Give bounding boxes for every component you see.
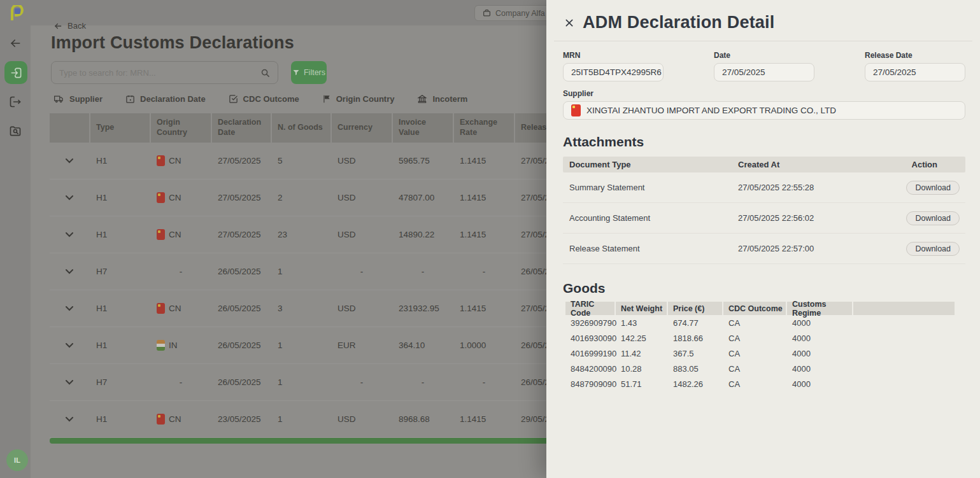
- cell-exchange-rate: 1.1415: [454, 179, 514, 216]
- cell-origin-country: IN: [151, 327, 211, 363]
- table-row[interactable]: H7-26/05/20251---26/05/2025: [50, 253, 598, 290]
- expand-row-button[interactable]: [50, 290, 89, 327]
- filter-chips-row: Supplier Declaration Date CDC Outcome Or…: [53, 94, 467, 104]
- in-flag-icon: [157, 340, 165, 351]
- sidebar-item-document-search[interactable]: [9, 125, 22, 137]
- chevron-down-icon: [66, 195, 73, 200]
- bank-icon: [417, 94, 427, 104]
- table-row[interactable]: H1CN27/05/20252USD47807.001.141527/05/20…: [50, 179, 598, 216]
- sidebar-item-export-declarations[interactable]: [9, 95, 22, 108]
- cell-invoice-value: 8968.68: [393, 401, 453, 437]
- chevron-down-icon: [66, 306, 73, 311]
- back-link[interactable]: Back: [53, 21, 86, 31]
- cell-exchange-rate: 1.1415: [454, 216, 514, 253]
- expand-row-button[interactable]: [50, 253, 89, 290]
- cell-net-weight: 1.43: [616, 318, 667, 328]
- cn-flag-icon: [157, 414, 165, 425]
- table-row[interactable]: H1CN27/05/202523USD14890.221.141527/05/2…: [50, 216, 598, 253]
- cell-type: H1: [90, 216, 150, 253]
- table-row[interactable]: H1IN26/05/20251EUR364.101.000026/05/2025: [50, 327, 598, 364]
- filter-chip-origin-country[interactable]: Origin Country: [322, 94, 395, 104]
- column-header: Type: [90, 113, 150, 143]
- cell-currency: -: [332, 364, 392, 400]
- cell-n-goods: 3: [272, 290, 330, 327]
- cell-taric-code: 4016999190: [565, 349, 614, 358]
- supplier-label: Supplier: [563, 89, 965, 98]
- cell-exchange-rate: -: [454, 364, 514, 400]
- cell-n-goods: 1: [272, 401, 330, 437]
- table-row[interactable]: H1CN26/05/20253USD231932.951.141527/05/2…: [50, 290, 598, 327]
- cell-taric-code: 4016930090: [565, 334, 614, 343]
- column-header: [50, 113, 89, 143]
- supplier-field[interactable]: XINGTAI ZHANTUO IMPORT AND EXPORT TRADIN…: [563, 101, 965, 120]
- mrn-field[interactable]: 25IT5BD4TPX42995R6: [563, 63, 664, 81]
- column-header: Action: [890, 160, 965, 169]
- column-header: N. of Goods: [272, 113, 330, 143]
- cell-type: H1: [90, 327, 150, 363]
- cn-flag-icon: [157, 192, 165, 203]
- filter-chip-supplier[interactable]: Supplier: [53, 94, 103, 104]
- cell-n-goods: 5: [272, 143, 330, 179]
- expand-row-button[interactable]: [50, 364, 89, 400]
- column-header: Document Type: [563, 160, 732, 169]
- date-field[interactable]: 27/05/2025: [714, 63, 814, 81]
- sidebar-back-icon[interactable]: [9, 37, 22, 50]
- cn-flag-icon: [571, 104, 581, 116]
- filter-chip-incoterm[interactable]: Incoterm: [417, 94, 467, 104]
- table-row[interactable]: H1CN27/05/20255USD5965.751.141527/05/202…: [50, 143, 598, 179]
- cell-net-weight: 51.71: [616, 379, 667, 389]
- import-declarations-icon: [10, 67, 22, 79]
- download-button[interactable]: Download: [906, 211, 960, 225]
- download-button[interactable]: Download: [906, 181, 960, 195]
- expand-row-button[interactable]: [50, 327, 89, 363]
- filter-chip-declaration-date[interactable]: Declaration Date: [125, 94, 206, 104]
- date-value: 27/05/2025: [722, 67, 765, 77]
- expand-row-button[interactable]: [50, 216, 89, 253]
- close-panel-button[interactable]: [563, 17, 576, 29]
- attachment-row: Release Statement27/05/2025 22:57:00Down…: [563, 234, 965, 264]
- cell-net-weight: 142.25: [616, 334, 667, 343]
- cell-taric-code: 8484200090: [565, 364, 614, 374]
- cell-declaration-date: 27/05/2025: [212, 179, 271, 216]
- cell-invoice-value: 47807.00: [393, 179, 453, 216]
- chip-label: Supplier: [69, 94, 103, 104]
- search-input[interactable]: Type to search for: MRN...: [51, 61, 278, 84]
- download-button[interactable]: Download: [906, 242, 960, 256]
- declarations-table-header: TypeOrigin CountryDeclaration DateN. of …: [50, 113, 598, 143]
- table-row[interactable]: H7-26/05/20251---26/05/2025: [50, 364, 598, 401]
- supplier-value: XINGTAI ZHANTUO IMPORT AND EXPORT TRADIN…: [586, 106, 836, 115]
- cell-declaration-date: 26/05/2025: [212, 253, 271, 290]
- cell-n-goods: 1: [272, 253, 330, 290]
- table-row[interactable]: H1CN23/05/20251USD8968.681.141529/05/202…: [50, 401, 598, 438]
- cell-document-type: Accounting Statement: [563, 213, 732, 223]
- filter-chip-cdc-outcome[interactable]: CDC Outcome: [229, 94, 299, 104]
- cell-cdc-outcome: CA: [723, 334, 786, 343]
- sidebar-item-import-declarations[interactable]: [4, 61, 27, 84]
- cell-cdc-outcome: CA: [723, 349, 786, 358]
- expand-row-button[interactable]: [50, 401, 89, 437]
- export-declarations-icon: [9, 95, 22, 108]
- panel-title: ADM Declaration Detail: [583, 13, 774, 32]
- filters-button[interactable]: Filters: [291, 61, 327, 84]
- cell-customs-regime: 4000: [787, 318, 852, 328]
- cell-document-type: Release Statement: [563, 244, 732, 253]
- cell-declaration-date: 26/05/2025: [212, 290, 271, 327]
- chevron-down-icon: [66, 343, 73, 348]
- calendar-icon: [125, 94, 135, 104]
- cell-invoice-value: 364.10: [393, 327, 453, 363]
- release-date-field[interactable]: 27/05/2025: [865, 63, 965, 81]
- expand-row-button[interactable]: [50, 143, 89, 179]
- goods-table-body: 39269097901.43674.77CA40004016930090142.…: [565, 315, 955, 391]
- column-header: Net Weight: [616, 302, 667, 315]
- user-avatar[interactable]: IL: [6, 449, 28, 471]
- truck-icon: [53, 94, 64, 104]
- cell-cdc-outcome: CA: [723, 379, 786, 389]
- mrn-value: 25IT5BD4TPX42995R6: [571, 67, 662, 77]
- cell-customs-regime: 4000: [787, 334, 852, 343]
- cell-price: 367.5: [668, 349, 722, 358]
- declarations-table-body: H1CN27/05/20255USD5965.751.141527/05/202…: [50, 143, 598, 438]
- check-square-icon: [229, 94, 238, 104]
- company-selector[interactable]: Company Alfa: [474, 5, 553, 21]
- expand-row-button[interactable]: [50, 179, 89, 216]
- attachments-table-header: Document TypeCreated AtAction: [563, 157, 965, 172]
